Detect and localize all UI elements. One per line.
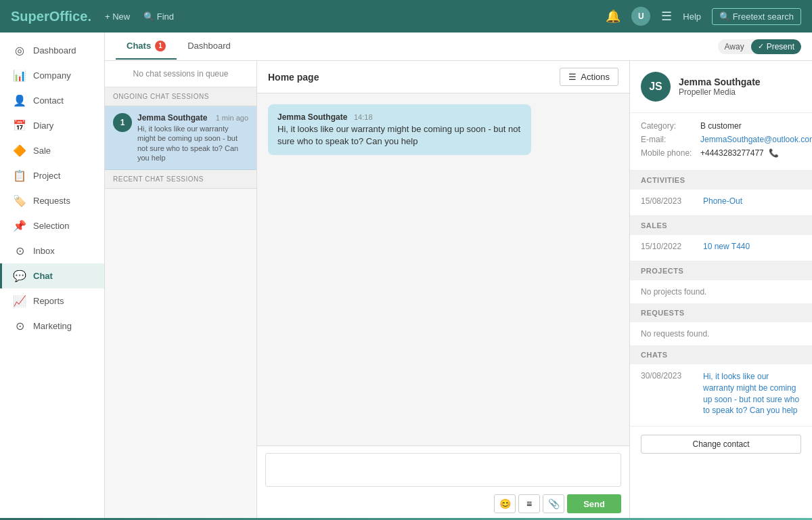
change-contact-button[interactable]: Change contact [641, 435, 801, 454]
sidebar-item-label: Marketing [33, 321, 72, 331]
chat-input[interactable] [265, 453, 621, 487]
contact-icon: 👤 [13, 94, 26, 107]
help-link[interactable]: Help [683, 12, 701, 22]
sale-date: 15/10/2022 [641, 242, 695, 251]
sales-section-content: 15/10/2022 10 new T440 [630, 235, 812, 261]
activity-date: 15/08/2023 [641, 196, 695, 206]
chat-history-date: 30/08/2023 [641, 371, 695, 416]
requests-section-header: REQUESTS [630, 303, 812, 322]
dashboard-icon: ◎ [13, 44, 26, 57]
chat-history-row: 30/08/2023 Hi, it looks like our warrant… [641, 371, 801, 416]
recent-section-label: RECENT CHAT SESSIONS [105, 170, 256, 189]
main-content: Chats 1 Dashboard Away Present No chat s… [105, 32, 812, 520]
top-navigation: SuperOffice. + New 🔍 Find 🔔 U ☰ Help 🔍 F… [0, 0, 812, 32]
chats-section-content: 30/08/2023 Hi, it looks like our warrant… [630, 364, 812, 427]
send-button[interactable]: Send [567, 494, 621, 513]
chat-message: Jemma Southgate 14:18 Hi, it looks like … [268, 104, 531, 155]
projects-no-data: No projects found. [630, 280, 812, 303]
app-body: ◎ Dashboard 📊 Company 👤 Contact 📅 Diary … [0, 32, 812, 520]
session-name: Jemma Southgate [137, 113, 207, 123]
projects-section-header: PROJECTS [630, 261, 812, 280]
message-sender: Jemma Southgate [277, 112, 347, 122]
mobile-value: +4443283277477 📞 [700, 148, 779, 158]
notification-icon[interactable]: 🔔 [606, 9, 621, 24]
session-time: 1 min ago [216, 114, 248, 122]
chats-badge: 1 [155, 41, 166, 51]
category-row: Category: B customer [641, 121, 801, 131]
attachment-icon: 📎 [548, 498, 560, 509]
sale-value[interactable]: 10 new T440 [703, 242, 750, 251]
contact-details: Category: B customer E-mail: JemmaSouthg… [630, 113, 812, 171]
sidebar-item-requests[interactable]: 🏷️ Requests [0, 188, 104, 213]
user-avatar[interactable]: U [631, 7, 650, 26]
activities-section-header: ACTIVITIES [630, 171, 812, 190]
activity-value[interactable]: Phone-Out [703, 196, 742, 206]
actions-button[interactable]: ☰ Actions [560, 68, 618, 86]
sidebar-item-selection[interactable]: 📌 Selection [0, 213, 104, 238]
tab-dashboard[interactable]: Dashboard [177, 34, 242, 59]
tab-chats-label: Chats [127, 41, 151, 51]
sidebar-item-company[interactable]: 📊 Company [0, 63, 104, 88]
sidebar-item-label: Inbox [33, 246, 55, 256]
company-icon: 📊 [13, 69, 26, 82]
queue-header: No chat sessions in queue [105, 61, 256, 87]
tab-chats[interactable]: Chats 1 [116, 34, 177, 60]
email-value[interactable]: JemmaSouthgate@outlook.com [700, 135, 812, 144]
sidebar-item-reports[interactable]: 📈 Reports [0, 288, 104, 313]
sidebar-item-marketing[interactable]: ⊙ Marketing [0, 313, 104, 339]
session-name-row: Jemma Southgate 1 min ago [137, 113, 248, 123]
status-away[interactable]: Away [718, 39, 751, 54]
chat-messages-area: Jemma Southgate 14:18 Hi, it looks like … [257, 93, 629, 446]
new-button[interactable]: + New [105, 12, 130, 22]
sidebar-item-contact[interactable]: 👤 Contact [0, 88, 104, 113]
status-toggle[interactable]: Away Present [718, 39, 802, 54]
chat-session-item[interactable]: 1 Jemma Southgate 1 min ago Hi, it looks… [105, 106, 256, 170]
sidebar-item-label: Dashboard [33, 45, 76, 56]
chat-history-preview[interactable]: Hi, it looks like our warranty might be … [703, 371, 801, 416]
sales-section-header: SALES [630, 216, 812, 235]
sidebar-item-label: Project [33, 171, 60, 181]
find-button[interactable]: 🔍 Find [143, 12, 174, 22]
requests-no-data: No requests found. [630, 322, 812, 345]
sidebar-item-label: Company [33, 70, 71, 81]
chat-input-controls: 😊 ≡ 📎 Send [265, 494, 621, 513]
contact-name: Jemma Southgate [679, 77, 761, 87]
tabs-bar: Chats 1 Dashboard Away Present [105, 32, 812, 61]
freetext-search-button[interactable]: 🔍 Freetext search [712, 8, 801, 25]
sidebar-item-dashboard[interactable]: ◎ Dashboard [0, 38, 104, 63]
sidebar-item-project[interactable]: 📋 Project [0, 163, 104, 188]
message-time: 14:18 [354, 113, 373, 121]
recent-sessions-area [105, 189, 256, 520]
mobile-row: Mobile phone: +4443283277477 📞 [641, 148, 801, 158]
text-format-button[interactable]: ≡ [518, 494, 540, 513]
chats-section-header: CHATS [630, 345, 812, 364]
sale-row: 15/10/2022 10 new T440 [641, 242, 801, 251]
status-present[interactable]: Present [751, 39, 801, 54]
phone-icon: 📞 [769, 148, 779, 158]
email-row: E-mail: JemmaSouthgate@outlook.com [641, 135, 801, 144]
sidebar-item-sale[interactable]: 🔶 Sale [0, 138, 104, 163]
status-controls: Away Present [718, 39, 802, 54]
sidebar-item-label: Contact [33, 95, 64, 106]
sidebar-item-label: Requests [33, 196, 70, 206]
menu-icon[interactable]: ☰ [661, 9, 672, 24]
category-label: Category: [641, 121, 695, 131]
contact-header: JS Jemma Southgate Propeller Media [630, 61, 812, 113]
sidebar-item-label: Diary [33, 121, 53, 131]
sidebar-item-chat[interactable]: 💬 Chat [0, 263, 104, 288]
reports-icon: 📈 [13, 295, 26, 307]
chat-window-header: Home page ☰ Actions [257, 61, 629, 93]
attachment-button[interactable]: 📎 [543, 494, 564, 513]
contact-name-block: Jemma Southgate Propeller Media [679, 77, 761, 97]
marketing-icon: ⊙ [13, 320, 26, 332]
message-sender-row: Jemma Southgate 14:18 [277, 111, 522, 123]
mobile-label: Mobile phone: [641, 148, 695, 158]
chat-input-area: 😊 ≡ 📎 Send [257, 446, 629, 520]
app-logo: SuperOffice. [11, 9, 91, 24]
email-label: E-mail: [641, 135, 695, 144]
emoji-button[interactable]: 😊 [494, 494, 516, 513]
session-avatar: 1 [113, 113, 132, 132]
sidebar-item-inbox[interactable]: ⊙ Inbox [0, 238, 104, 263]
sidebar-item-diary[interactable]: 📅 Diary [0, 113, 104, 138]
contact-panel: JS Jemma Southgate Propeller Media Categ… [629, 61, 812, 520]
